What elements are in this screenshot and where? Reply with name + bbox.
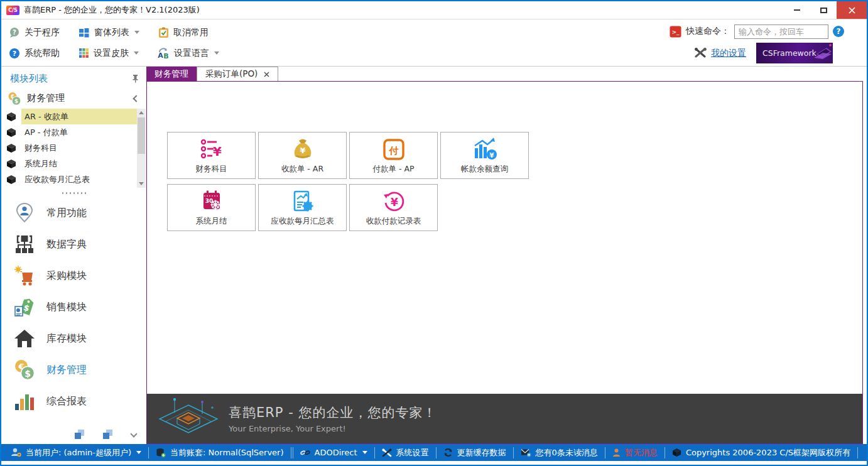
unread-messages-button[interactable]: 您有0条未读消息 (514, 447, 605, 458)
minimize-icon (794, 9, 800, 11)
chevron-down-icon[interactable] (130, 430, 137, 437)
scroll-down-icon[interactable] (137, 180, 146, 188)
money-bag-icon: ¥ (290, 137, 316, 162)
tile-financial-subjects[interactable]: ¥ 财务科目 (167, 132, 256, 179)
svg-text:$: $ (24, 369, 31, 379)
about-button[interactable]: ? 关于程序 (9, 27, 60, 38)
person-pin-icon (13, 202, 36, 224)
title-bar: C/S 喜鹊ERP - 您的企业，您的专家！V2.1(2023版) (1, 1, 867, 19)
nav-item-favorites[interactable]: 常用功能 (1, 197, 146, 229)
calendar-gear-icon: 30 (199, 189, 224, 214)
mail-icon (521, 448, 531, 457)
scrollbar-thumb[interactable] (138, 117, 145, 154)
set-skin-label: 设置皮肤 (94, 48, 129, 59)
module-item-ar-receipt[interactable]: AR - 收款单 (1, 109, 146, 124)
cycle-yen-icon: ¥ (381, 189, 407, 214)
cascade-windows-icon[interactable] (103, 430, 112, 439)
chevron-down-icon (214, 51, 219, 55)
coins-icon: € $ (8, 92, 21, 106)
svg-text:付: 付 (388, 145, 398, 156)
quick-command-help-icon[interactable]: ? (833, 26, 844, 37)
system-settings-button[interactable]: 系统设置 (375, 447, 437, 458)
cube-icon (1, 143, 21, 153)
price-tag-icon: $ (13, 296, 36, 318)
refresh-icon (443, 448, 453, 457)
tile-grid: ¥ 财务科目 ¥ 收款单 - AR (167, 132, 536, 236)
nav-item-purchase[interactable]: 采购模块 (1, 260, 146, 291)
isometric-cube-graphic (156, 396, 221, 442)
cancel-favorite-label: 取消常用 (173, 27, 209, 38)
account-list-icon: ¥ (199, 137, 224, 162)
chevron-down-icon (134, 51, 139, 55)
body: 模块列表 € $ 财务管理 (1, 67, 867, 444)
tile-balance-query[interactable]: ¥ 帐款余额查询 (440, 132, 529, 179)
terminal-icon: >_ (670, 26, 681, 38)
maximize-button[interactable] (810, 1, 837, 19)
minimize-button[interactable] (784, 1, 810, 19)
module-item-ap-payment[interactable]: AP - 付款单 (1, 124, 146, 140)
svg-text:?: ? (13, 50, 16, 58)
set-language-label: 设置语言 (174, 48, 209, 59)
system-help-icon: ? (9, 48, 20, 59)
my-settings-link[interactable]: 我的设置 (695, 48, 746, 59)
laptop-graphic-icon (808, 43, 833, 63)
scroll-up-icon[interactable] (137, 109, 146, 117)
sidebar-group-finance[interactable]: € $ 财务管理 (1, 88, 146, 109)
set-language-button[interactable]: A B 设置语言 (158, 48, 219, 59)
report-gear-icon (290, 189, 316, 214)
cancel-favorite-button[interactable]: 取消常用 (158, 27, 209, 38)
tab-finance[interactable]: 财务管理 (146, 67, 197, 81)
home-icon (13, 327, 36, 350)
nav-item-data-dictionary[interactable]: 数据字典 (1, 229, 146, 260)
nav-item-inventory[interactable]: 库存模块 (1, 323, 146, 354)
pay-stamp-icon: 付 (381, 137, 406, 162)
pin-icon[interactable] (132, 74, 139, 83)
app-window: C/S 喜鹊ERP - 您的企业，您的专家！V2.1(2023版) ? 关于程序 (0, 0, 868, 466)
tile-month-end[interactable]: 30 系统月结 (167, 184, 256, 231)
tab-close-icon[interactable] (264, 72, 269, 77)
no-message-button[interactable]: 暂无消息 (605, 447, 665, 458)
chevron-left-icon (133, 95, 139, 102)
module-list-title: 模块列表 (10, 73, 132, 85)
cascade-windows-icon[interactable] (75, 430, 84, 439)
copyright-status: Copyrights 2006-2023 C/S框架网版权所有 (665, 447, 858, 458)
tile-payment-ap[interactable]: 付 付款单 - AP (349, 132, 438, 179)
about-icon: ? (9, 27, 20, 38)
close-button[interactable] (837, 1, 867, 19)
tab-content: ¥ 财务科目 ¥ 收款单 - AR (146, 81, 863, 444)
svg-text:$: $ (14, 98, 18, 104)
current-user-button[interactable]: 当前用户: (admin-超级用户) (4, 447, 149, 458)
link-icon (300, 448, 310, 457)
connection-button[interactable]: ADODirect (293, 447, 375, 458)
quick-command-input[interactable] (734, 24, 828, 39)
module-item-ar-monthly-summary[interactable]: 应收款每月汇总表 (1, 171, 146, 187)
nav-item-finance[interactable]: € $ 财务管理 (1, 354, 146, 386)
sidebar-nav: 常用功能 数据字典 (1, 197, 146, 417)
module-item-month-end[interactable]: 系统月结 (1, 156, 146, 171)
tile-ar-monthly-summary[interactable]: 应收款每月汇总表 (258, 184, 347, 231)
svg-text:A: A (158, 51, 163, 59)
nav-item-reports[interactable]: 综合报表 (1, 386, 146, 417)
module-list-scrollbar[interactable] (137, 109, 146, 188)
tile-payment-records[interactable]: ¥ 收款付款记录表 (349, 184, 438, 231)
refresh-cache-button[interactable]: 更新缓存数据 (437, 447, 514, 458)
cube-icon (1, 127, 21, 138)
current-account-status: 当前账套: Normal(SqlServer) (149, 447, 291, 458)
system-help-button[interactable]: ? 系统帮助 (9, 48, 60, 59)
banner-title: 喜鹊ERP - 您的企业，您的专家！ (229, 404, 437, 421)
set-language-icon: A B (158, 48, 170, 59)
main-area: 财务管理 采购订单(PO) ¥ (146, 67, 867, 444)
nav-item-sales[interactable]: $ 销售模块 (1, 291, 146, 323)
window-list-button[interactable]: 窗体列表 (79, 27, 139, 38)
module-item-financial-subjects[interactable]: 财务科目 (1, 140, 146, 156)
chevron-down-icon (134, 31, 139, 34)
tab-purchase-order[interactable]: 采购订单(PO) (197, 67, 278, 81)
nav-label: 常用功能 (46, 207, 87, 220)
resize-strip (1, 461, 867, 465)
set-skin-button[interactable]: 设置皮肤 (79, 48, 139, 59)
splitter-dots-icon (62, 192, 86, 194)
sidebar-splitter[interactable] (1, 189, 146, 197)
tile-receipt-ar[interactable]: ¥ 收款单 - AR (258, 132, 347, 179)
sidebar-group-label: 财务管理 (27, 92, 128, 104)
coins-icon: € $ (13, 359, 36, 381)
